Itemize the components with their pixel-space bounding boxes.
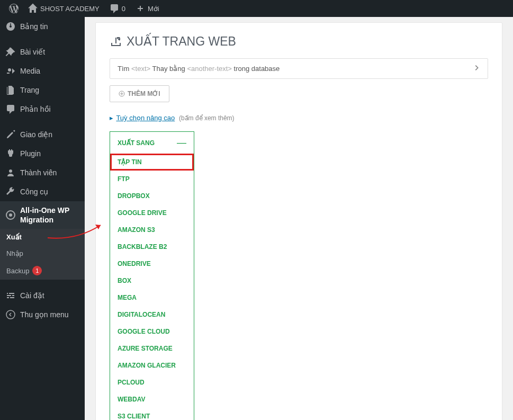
plus-icon (135, 3, 146, 14)
add-new-label: THÊM MỚI (128, 90, 160, 97)
wrench-icon (5, 186, 16, 197)
export-panel: XUẤT TRANG WEB Tìm <text> Thay bằng <ano… (95, 22, 502, 420)
sidebar-item-label: Công cụ (20, 187, 48, 196)
export-option-amazon-s3[interactable]: AMAZON S3 (110, 221, 194, 238)
export-header-label: XUẤT SANG (118, 139, 155, 147)
svg-point-1 (10, 25, 12, 28)
sidebar-item-pages[interactable]: Trang (0, 81, 85, 100)
export-option-tập-tin[interactable]: TẬP TIN (110, 154, 194, 171)
export-option-google-cloud[interactable]: GOOGLE CLOUD (110, 323, 194, 340)
sidebar-item-tools[interactable]: Công cụ (0, 182, 85, 201)
sidebar-item-plugins[interactable]: Plugin (0, 144, 85, 163)
sidebar-item-dashboard[interactable]: Bảng tin (0, 17, 85, 36)
sidebar-item-comments[interactable]: Phản hồi (0, 100, 85, 119)
site-link[interactable]: SHOST ACADEMY (23, 0, 104, 17)
sidebar-item-label: Media (20, 67, 40, 75)
new-label: Mới (148, 5, 159, 13)
pin-icon (5, 47, 16, 57)
svg-point-4 (9, 213, 12, 217)
find-placeholder: <text> (131, 65, 150, 73)
add-new-button[interactable]: THÊM MỚI (110, 85, 169, 102)
brush-icon (5, 129, 16, 140)
plus-circle-icon (119, 91, 125, 97)
sidebar-item-label: Trang (20, 86, 39, 94)
comment-count: 0 (122, 5, 125, 13)
submenu-export[interactable]: Xuất (0, 229, 85, 245)
export-option-google-drive[interactable]: GOOGLE DRIVE (110, 204, 194, 221)
sidebar-item-label: Phản hồi (20, 105, 51, 113)
plugin-icon (5, 148, 16, 159)
sidebar-item-label: Giao diện (20, 130, 52, 139)
sidebar-item-ai1wm[interactable]: All-in-One WP Migration (0, 201, 85, 229)
comments-link[interactable]: 0 (105, 0, 130, 17)
wp-logo[interactable] (4, 0, 23, 17)
new-content[interactable]: Mới (131, 0, 164, 17)
svg-point-5 (6, 310, 15, 319)
export-option-s3-client[interactable]: S3 CLIENT (110, 408, 194, 420)
find-replace-row[interactable]: Tìm <text> Thay bằng <another-text> tron… (110, 58, 488, 79)
submenu-import[interactable]: Nhập (0, 245, 85, 262)
sidebar-item-label: Thành viên (20, 168, 57, 177)
export-option-digitalocean[interactable]: DIGITALOCEAN (110, 306, 194, 323)
home-icon (28, 3, 38, 14)
export-dropdown: XUẤT SANG — TẬP TINFTPDROPBOXGOOGLE DRIV… (110, 131, 194, 420)
advanced-options[interactable]: ▸ Tuỳ chọn nâng cao (bấm để xem thêm) (110, 114, 488, 122)
minus-icon: — (177, 137, 186, 148)
sidebar-item-users[interactable]: Thành viên (0, 163, 85, 182)
export-icon (110, 35, 122, 48)
find-label: Tìm (118, 65, 129, 73)
replace-label: Thay bằng (152, 65, 185, 73)
export-option-mega[interactable]: MEGA (110, 289, 194, 306)
site-name: SHOST ACADEMY (40, 5, 100, 13)
sidebar-item-posts[interactable]: Bài viết (0, 42, 85, 61)
triangle-right-icon: ▸ (110, 114, 113, 122)
admin-sidebar: Bảng tin Bài viết Media Trang Phản hồi G… (0, 17, 85, 420)
sidebar-item-label: All-in-One WP Migration (20, 205, 79, 225)
export-option-webdav[interactable]: WEBDAV (110, 391, 194, 408)
sidebar-item-media[interactable]: Media (0, 61, 85, 81)
export-option-backblaze-b2[interactable]: BACKBLAZE B2 (110, 238, 194, 255)
advanced-options-hint: (bấm để xem thêm) (179, 114, 235, 122)
find-replace-text: Tìm <text> Thay bằng <another-text> tron… (118, 65, 280, 73)
submenu-backup-label: Backup (6, 267, 29, 275)
export-option-amazon-glacier[interactable]: AMAZON GLACIER (110, 357, 194, 374)
sidebar-item-label: Plugin (20, 149, 41, 158)
submenu-backup[interactable]: Backup 1 (0, 262, 85, 280)
replace-placeholder: <another-text> (187, 65, 232, 73)
sidebar-collapse[interactable]: Thu gọn menu (0, 305, 85, 324)
svg-point-2 (9, 169, 12, 173)
wordpress-icon (8, 3, 19, 14)
main-container: Bảng tin Bài viết Media Trang Phản hồi G… (0, 17, 513, 420)
ai1wm-submenu: Xuất Nhập Backup 1 (0, 229, 85, 280)
user-icon (5, 167, 16, 178)
export-option-box[interactable]: BOX (110, 272, 194, 289)
export-option-ftp[interactable]: FTP (110, 171, 194, 187)
advanced-options-link[interactable]: Tuỳ chọn nâng cao (116, 114, 175, 122)
export-option-dropbox[interactable]: DROPBOX (110, 187, 194, 204)
export-dropdown-header[interactable]: XUẤT SANG — (110, 132, 194, 154)
export-option-pcloud[interactable]: PCLOUD (110, 374, 194, 391)
comment-icon (5, 104, 16, 114)
comment-icon (109, 3, 120, 14)
sliders-icon (5, 290, 16, 301)
sidebar-item-settings[interactable]: Cài đặt (0, 286, 85, 305)
sidebar-item-label: Cài đặt (20, 291, 44, 300)
in-db-label: trong database (234, 65, 280, 73)
export-option-onedrive[interactable]: ONEDRIVE (110, 255, 194, 272)
dashboard-icon (5, 21, 16, 32)
sidebar-item-label: Bài viết (20, 48, 45, 56)
sidebar-item-label: Bảng tin (20, 22, 48, 31)
page-title-text: XUẤT TRANG WEB (127, 34, 236, 49)
collapse-icon (5, 309, 16, 320)
sidebar-item-appearance[interactable]: Giao diện (0, 125, 85, 144)
backup-count-badge: 1 (32, 266, 42, 275)
chevron-right-icon (473, 64, 480, 73)
export-option-azure-storage[interactable]: AZURE STORAGE (110, 340, 194, 357)
media-icon (5, 66, 16, 76)
migration-icon (5, 210, 16, 220)
pages-icon (5, 85, 16, 95)
admin-topbar: SHOST ACADEMY 0 Mới (0, 0, 513, 17)
content-area: XUẤT TRANG WEB Tìm <text> Thay bằng <ano… (85, 17, 513, 420)
sidebar-item-label: Thu gọn menu (20, 310, 69, 319)
page-title: XUẤT TRANG WEB (110, 34, 488, 49)
